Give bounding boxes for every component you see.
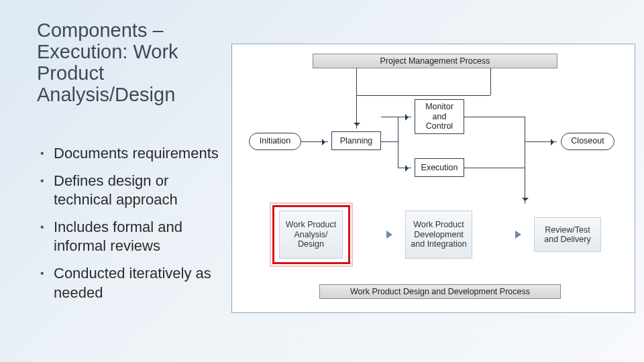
list-item: • Conducted iteratively as needed (40, 264, 228, 302)
connector (398, 141, 398, 168)
connector (464, 168, 525, 168)
phase-closeout: Closeout (561, 133, 614, 150)
connector (356, 68, 357, 95)
connector (525, 117, 525, 168)
connector (398, 117, 398, 141)
phase-planning: Planning (331, 131, 381, 150)
slide: Components – Execution: Work Product Ana… (0, 0, 644, 362)
arrow-right-icon (525, 141, 557, 142)
arrow-right-icon (386, 231, 396, 239)
slide-title: Components – Execution: Work Product Ana… (37, 20, 225, 106)
connector (490, 68, 491, 95)
bullet-text: Documents requirements (54, 144, 228, 164)
arrow-right-icon (515, 231, 525, 239)
bullet-icon: • (40, 218, 54, 256)
list-item: • Defines design or technical approach (40, 172, 228, 210)
arrow-right-icon (398, 168, 411, 168)
bullet-text: Defines design or technical approach (54, 172, 228, 210)
arrow-down-icon (356, 95, 357, 129)
bullet-icon: • (40, 144, 54, 164)
bullet-list: • Documents requirements • Defines desig… (40, 144, 228, 310)
bullet-icon: • (40, 172, 54, 210)
connector (356, 95, 490, 96)
sub-development: Work Product Development and Integration (405, 210, 472, 259)
list-item: • Documents requirements (40, 144, 228, 164)
process-diagram: Project Management Process Initiation Pl… (231, 44, 635, 313)
header-wp-process: Work Product Design and Development Proc… (319, 284, 561, 299)
connector (464, 117, 525, 117)
phase-execution: Execution (415, 158, 464, 177)
phase-monitor: Monitor and Control (415, 99, 464, 134)
header-pm-process: Project Management Process (313, 54, 557, 68)
connector (525, 168, 525, 192)
bullet-icon: • (40, 264, 54, 302)
phase-initiation: Initiation (249, 133, 301, 150)
arrow-right-icon (381, 117, 411, 117)
sub-review-delivery: Review/Test and Delivery (534, 217, 601, 252)
bullet-text: Includes formal and informal reviews (54, 218, 228, 256)
connector (381, 141, 398, 142)
bullet-text: Conducted iteratively as needed (54, 264, 228, 302)
arrow-right-icon (301, 141, 328, 142)
list-item: • Includes formal and informal reviews (40, 218, 228, 256)
arrow-down-icon (525, 192, 525, 204)
sub-analysis-design: Work Product Analysis/ Design (279, 210, 343, 259)
